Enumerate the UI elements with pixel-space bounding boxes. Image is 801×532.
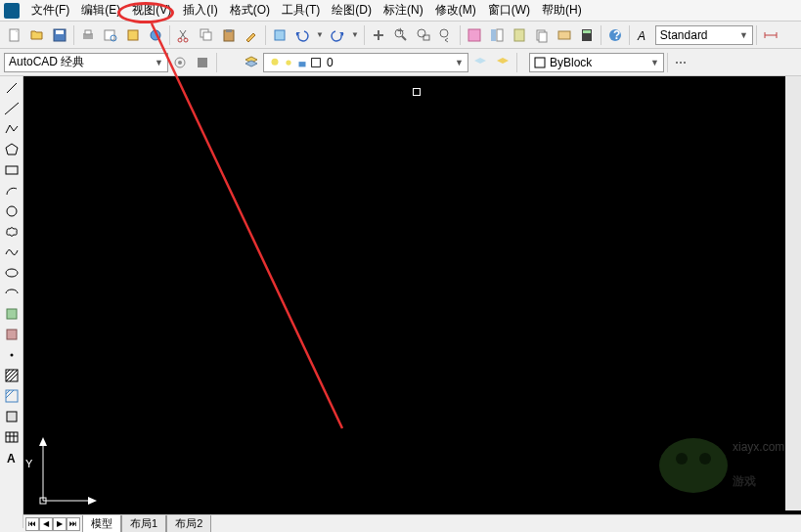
3ddwf-icon[interactable]	[145, 24, 166, 46]
menu-draw[interactable]: 绘图(D)	[326, 0, 378, 21]
workspace-dropdown[interactable]: AutoCAD 经典 ▼	[4, 53, 168, 72]
tab-layout2[interactable]: 布局2	[166, 515, 211, 533]
undo-icon[interactable]	[291, 24, 313, 46]
menu-help[interactable]: 帮助(H)	[536, 0, 588, 21]
revcloud-icon[interactable]	[2, 222, 22, 242]
layer-name: 0	[327, 56, 334, 69]
menu-file[interactable]: 文件(F)	[25, 0, 75, 21]
copy-icon[interactable]	[196, 24, 217, 46]
make-block-icon[interactable]	[2, 325, 22, 344]
publish-icon[interactable]	[122, 24, 144, 46]
plot-preview-icon[interactable]	[100, 24, 121, 46]
svg-text:?: ?	[613, 28, 620, 42]
sheetset-icon[interactable]	[531, 24, 553, 46]
zoom-realtime-icon[interactable]: +	[390, 24, 412, 46]
redo-icon[interactable]	[327, 24, 348, 46]
polyline-icon[interactable]	[2, 119, 22, 139]
svg-rect-53	[7, 330, 17, 339]
layer-states-icon[interactable]	[469, 52, 491, 73]
textstyle-icon[interactable]: A	[633, 24, 654, 46]
svg-rect-43	[312, 58, 321, 66]
color-dropdown[interactable]: ByBlock ▼	[529, 53, 664, 72]
mtext-icon[interactable]: A	[2, 448, 22, 467]
zoom-previous-icon[interactable]	[435, 24, 457, 46]
open-icon[interactable]	[26, 24, 48, 46]
chevron-down-icon: ▼	[155, 58, 163, 67]
drawing-viewport[interactable]: Y X	[23, 76, 801, 528]
quickcalc-icon[interactable]	[576, 24, 598, 46]
tab-last-icon[interactable]: ⏭	[67, 517, 80, 531]
dimstyle-icon[interactable]	[760, 24, 781, 46]
svg-rect-4	[85, 30, 91, 34]
svg-rect-27	[539, 32, 547, 42]
menu-insert[interactable]: 插入(I)	[177, 0, 223, 21]
svg-line-46	[7, 83, 17, 93]
tab-prev-icon[interactable]: ◀	[39, 517, 53, 531]
svg-point-21	[440, 29, 448, 37]
tab-first-icon[interactable]: ⏮	[25, 517, 39, 531]
menu-window[interactable]: 窗口(W)	[482, 0, 536, 21]
tab-model[interactable]: 模型	[82, 515, 121, 533]
insert-block-icon[interactable]	[2, 304, 22, 324]
layer-previous-icon[interactable]	[492, 52, 513, 73]
layer-manager-icon[interactable]	[241, 52, 262, 73]
region-icon[interactable]	[2, 407, 22, 426]
match-props-icon[interactable]	[241, 24, 262, 46]
separator	[601, 25, 601, 45]
svg-rect-39	[198, 58, 207, 67]
cut-icon[interactable]	[173, 24, 195, 46]
circle-icon[interactable]	[2, 201, 22, 221]
rectangle-icon[interactable]	[2, 160, 22, 180]
help-icon[interactable]: ?	[604, 24, 626, 46]
polygon-icon[interactable]	[2, 140, 22, 159]
separator	[516, 53, 517, 72]
menu-modify[interactable]: 修改(M)	[429, 0, 482, 21]
toolpalette-icon[interactable]	[509, 24, 530, 46]
new-icon[interactable]	[4, 24, 25, 46]
menu-format[interactable]: 格式(O)	[224, 0, 276, 21]
arc-icon[interactable]	[2, 181, 22, 200]
line-icon[interactable]	[2, 78, 22, 98]
svg-text:A: A	[637, 29, 645, 43]
redo-dropdown[interactable]: ▼	[349, 30, 361, 39]
gradient-icon[interactable]	[2, 386, 22, 406]
svg-point-54	[10, 354, 13, 357]
menu-annotate[interactable]: 标注(N)	[378, 0, 429, 21]
construction-line-icon[interactable]	[2, 99, 22, 118]
pan-icon[interactable]	[368, 24, 389, 46]
spline-icon[interactable]	[2, 243, 22, 262]
text-style-dropdown[interactable]: Standard ▼	[655, 25, 753, 45]
menu-tools[interactable]: 工具(T)	[276, 0, 326, 21]
standard-toolbar: ▼ ▼ + ? A Standard ▼	[0, 22, 801, 49]
svg-rect-24	[497, 29, 503, 41]
ellipse-icon[interactable]	[2, 263, 22, 283]
svg-line-57	[6, 370, 14, 377]
linetype-icon[interactable]	[671, 52, 692, 73]
svg-point-19	[418, 29, 425, 37]
paste-icon[interactable]	[218, 24, 240, 46]
print-icon[interactable]	[77, 24, 99, 46]
block-editor-icon[interactable]	[269, 24, 290, 46]
tab-layout1[interactable]: 布局1	[121, 515, 166, 533]
undo-dropdown[interactable]: ▼	[314, 30, 326, 39]
hatch-icon[interactable]	[2, 366, 22, 385]
workspace-value: AutoCAD 经典	[9, 54, 84, 70]
vertical-scrollbar[interactable]	[785, 76, 801, 510]
table-icon[interactable]	[2, 427, 22, 447]
svg-line-59	[10, 374, 18, 381]
save-icon[interactable]	[49, 24, 70, 46]
designcenter-icon[interactable]	[486, 24, 508, 46]
tab-next-icon[interactable]: ▶	[53, 517, 67, 531]
menu-edit[interactable]: 编辑(E)	[75, 0, 126, 21]
markup-icon[interactable]	[554, 24, 575, 46]
workspace-save-icon[interactable]	[192, 52, 213, 73]
separator	[756, 25, 757, 45]
ellipse-arc-icon[interactable]	[2, 284, 22, 303]
properties-icon[interactable]	[464, 24, 485, 46]
zoom-window-icon[interactable]	[413, 24, 434, 46]
layer-dropdown[interactable]: 0 ▼	[263, 53, 468, 72]
tab-nav: ⏮ ◀ ▶ ⏭	[23, 517, 82, 531]
point-icon[interactable]	[2, 345, 22, 365]
workspace-settings-icon[interactable]	[169, 52, 191, 73]
menu-view[interactable]: 视图(V)	[126, 0, 177, 21]
